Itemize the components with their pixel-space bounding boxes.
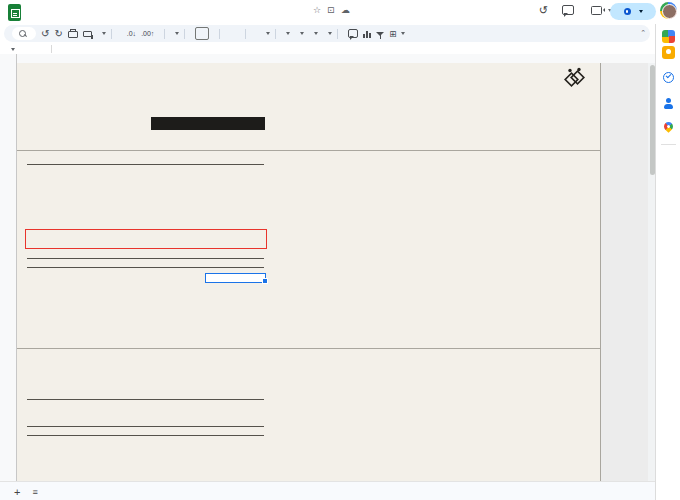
sheets-logo-icon[interactable]	[8, 4, 21, 21]
capital-table-total	[27, 426, 264, 436]
all-sheets-icon[interactable]: ≡	[32, 487, 37, 497]
tasks-icon[interactable]	[663, 72, 674, 83]
decrease-decimals-button[interactable]: .0↓	[127, 30, 136, 37]
select-all-corner[interactable]	[0, 54, 17, 63]
cloud-status-icon: ☁	[341, 5, 350, 15]
scrollbar-thumb[interactable]	[650, 65, 655, 175]
gemini-icon[interactable]	[662, 30, 675, 43]
toolbar-separator	[184, 29, 185, 39]
red-highlight-outline	[25, 229, 267, 249]
comments-icon[interactable]	[562, 5, 574, 15]
increase-decimals-button[interactable]: .00↑	[141, 30, 154, 37]
add-sheet-icon[interactable]: +	[14, 486, 20, 498]
font-size-input[interactable]	[195, 27, 209, 40]
version-history-icon[interactable]: ↺	[539, 4, 548, 17]
namebox-dropdown-icon[interactable]	[11, 48, 15, 51]
selected-cell-d22[interactable]	[205, 273, 266, 283]
toolbar-pill: ↺ ↻ .0↓ .00↑ ⊞	[4, 25, 650, 42]
sheet-background[interactable]	[17, 63, 600, 481]
toolbar: ↺ ↻ .0↓ .00↑ ⊞	[0, 24, 656, 44]
meet-video-icon[interactable]	[591, 6, 602, 15]
insert-chart-button[interactable]	[363, 30, 371, 38]
section-divider	[17, 348, 600, 349]
side-panel-divider	[661, 144, 676, 145]
lock-icon	[624, 8, 631, 15]
paint-format-icon[interactable]	[83, 31, 92, 37]
filter-views-button[interactable]: ⊞	[389, 29, 396, 39]
align-dropdown-icon[interactable]	[286, 32, 290, 35]
insert-comment-button[interactable]	[348, 29, 358, 38]
offsheet-background[interactable]	[600, 63, 648, 481]
rotation-dropdown-icon[interactable]	[328, 32, 332, 35]
side-panel	[655, 24, 680, 500]
assets-table-header	[27, 154, 264, 165]
assets-table-total	[27, 258, 264, 268]
toolbar-separator	[111, 29, 112, 39]
share-dropdown-icon[interactable]	[639, 10, 643, 13]
print-icon[interactable]	[68, 31, 78, 38]
section-divider	[17, 150, 600, 151]
total-assets-value	[151, 117, 265, 130]
toolbar-separator	[337, 29, 338, 39]
formula-bar-separator	[51, 45, 52, 53]
toolbar-separator	[164, 29, 165, 39]
toolbar-separator	[275, 29, 276, 39]
create-filter-button[interactable]	[376, 32, 384, 36]
toolbar-separator	[245, 29, 246, 39]
capital-table-header	[27, 389, 264, 400]
maps-icon[interactable]	[662, 120, 675, 133]
valign-dropdown-icon[interactable]	[300, 32, 304, 35]
name-box[interactable]	[0, 48, 45, 51]
title-bar: ☆ ⊡ ☁ ↺	[0, 0, 680, 24]
undo-icon[interactable]: ↺	[41, 28, 49, 39]
font-dropdown-icon[interactable]	[175, 32, 179, 35]
star-icon[interactable]: ☆	[313, 5, 321, 15]
move-folder-icon[interactable]: ⊡	[327, 5, 335, 15]
toolbar-separator	[219, 29, 220, 39]
keep-icon[interactable]	[662, 46, 675, 59]
sheet-tab-bar: + ≡	[0, 481, 680, 500]
share-button[interactable]	[610, 3, 656, 20]
views-dropdown-icon[interactable]	[401, 32, 405, 35]
contacts-icon[interactable]	[662, 97, 675, 110]
search-icon	[19, 30, 26, 37]
spreadsheet-grid	[0, 63, 656, 481]
rikatillsammans-logo-icon	[561, 67, 588, 91]
avatar[interactable]	[660, 2, 677, 19]
row-headers	[0, 63, 17, 481]
collapse-toolbar-icon[interactable]: ⌃	[640, 29, 646, 37]
redo-icon[interactable]: ↻	[54, 28, 62, 39]
merge-dropdown-icon[interactable]	[266, 32, 270, 35]
menus-search-button[interactable]	[12, 27, 36, 40]
wrap-dropdown-icon[interactable]	[314, 32, 318, 35]
zoom-dropdown-icon[interactable]	[102, 32, 106, 35]
